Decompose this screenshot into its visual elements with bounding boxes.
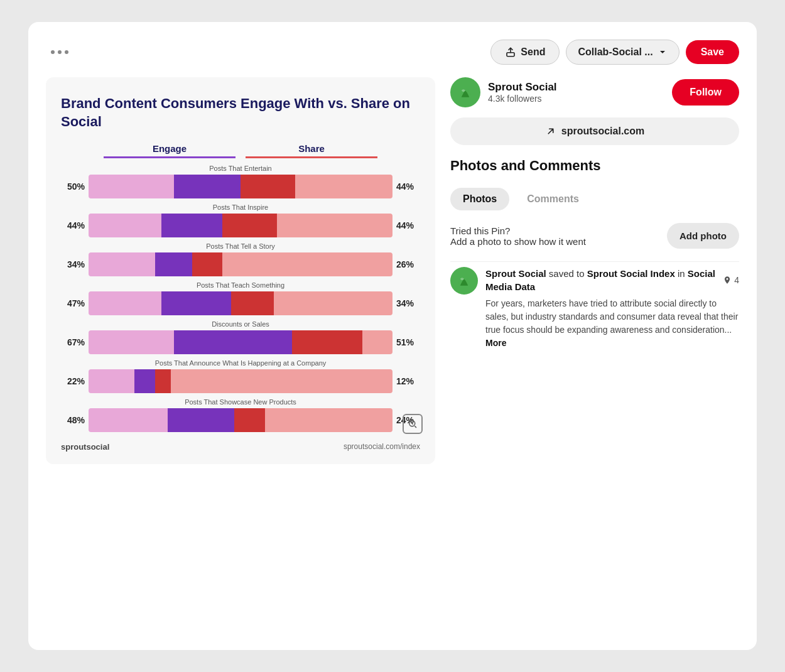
card-footer: sproutsocial sproutsocial.com/index [61, 440, 420, 454]
chart-row-group: Posts That Inspire44%44% [61, 203, 420, 237]
pct-right: 44% [396, 220, 420, 230]
collab-label: Collab-Social ... [578, 46, 652, 58]
save-user: Sprout Social [485, 268, 546, 279]
dot2 [58, 50, 62, 54]
bar-share-dark [241, 175, 295, 198]
bar-share-light [222, 252, 392, 276]
save-activity: Sprout Social saved to Sprout Social Ind… [450, 261, 739, 350]
main-layout: Brand Content Consumers Engage With vs. … [46, 77, 739, 464]
send-button[interactable]: Send [490, 40, 560, 65]
bar-engage-light [89, 214, 161, 237]
send-icon [505, 46, 516, 58]
chart-card: Brand Content Consumers Engage With vs. … [46, 77, 435, 464]
pct-left: 22% [61, 376, 85, 386]
chart-row: 48%24% [61, 408, 420, 432]
main-container: Send Collab-Social ... Save Brand Conten… [28, 22, 757, 650]
footer-url: sproutsocial.com/index [344, 442, 420, 451]
bar-share-light [265, 408, 392, 432]
save-description: For years, marketers have tried to attri… [485, 297, 739, 350]
engage-label: Engage [99, 143, 241, 154]
pct-right: 44% [396, 182, 420, 192]
try-pin-line1: Tried this Pin? [450, 225, 586, 236]
chart-row-label: Discounts or Sales [61, 320, 420, 328]
share-label: Share [241, 143, 382, 154]
save-header-text: Sprout Social saved to Sprout Social Ind… [485, 267, 718, 293]
try-pin-row: Tried this Pin? Add a photo to show how … [450, 220, 739, 251]
right-panel: Sprout Social 4.3k followers Follow spro… [450, 77, 739, 350]
bar-engage-light [89, 252, 155, 276]
profile-text: Sprout Social 4.3k followers [488, 81, 557, 104]
save-description-text: For years, marketers have tried to attri… [485, 298, 738, 335]
bar-track [89, 291, 392, 315]
bar-track [89, 408, 392, 432]
pin-count: 4 [734, 275, 739, 285]
bar-track [89, 252, 392, 276]
collab-button[interactable]: Collab-Social ... [566, 40, 679, 65]
add-photo-button[interactable]: Add photo [667, 223, 739, 249]
chart-rows: Posts That Entertain50%44%Posts That Ins… [61, 165, 420, 432]
bar-engage-light [89, 408, 168, 432]
pct-right: 12% [396, 376, 420, 386]
bar-track [89, 175, 392, 198]
pct-left: 48% [61, 415, 85, 425]
save-content: Sprout Social saved to Sprout Social Ind… [485, 267, 739, 350]
footer-logo: sproutsocial [61, 442, 109, 452]
pct-left: 44% [61, 220, 85, 230]
save-in: in [678, 268, 688, 279]
section-title: Photos and Comments [450, 158, 739, 174]
bar-share-dark [234, 408, 264, 432]
profile-row: Sprout Social 4.3k followers Follow [450, 77, 739, 107]
chart-row-group: Discounts or Sales67%51% [61, 320, 420, 354]
tab-comments[interactable]: Comments [514, 188, 592, 210]
toolbar: Send Collab-Social ... Save [46, 40, 739, 65]
chart-row-group: Posts That Showcase New Products48%24% [61, 398, 420, 432]
profile-info: Sprout Social 4.3k followers [450, 77, 557, 107]
chart-title: Brand Content Consumers Engage With vs. … [61, 95, 420, 131]
chart-row-label: Posts That Teach Something [61, 281, 420, 289]
chart-row-label: Posts That Entertain [61, 165, 420, 172]
bar-share-light [274, 291, 392, 315]
try-pin-text: Tried this Pin? Add a photo to show how … [450, 225, 586, 247]
chart-row: 50%44% [61, 175, 420, 198]
website-label: sproutsocial.com [561, 126, 644, 137]
more-options[interactable] [46, 48, 73, 57]
bar-engage-dark [174, 175, 241, 198]
engage-header: Engage [99, 143, 241, 158]
send-label: Send [521, 46, 545, 58]
bar-engage-light [89, 369, 134, 393]
pct-left: 50% [61, 182, 85, 192]
pct-left: 47% [61, 298, 85, 308]
pct-right: 34% [396, 298, 420, 308]
bar-engage-light [89, 330, 174, 354]
pct-left: 67% [61, 337, 85, 347]
chart-row-group: Posts That Tell a Story34%26% [61, 242, 420, 276]
chart-row-group: Posts That Entertain50%44% [61, 165, 420, 198]
more-link[interactable]: More [485, 338, 506, 348]
chart-row-label: Posts That Announce What Is Happening at… [61, 359, 420, 367]
bar-engage-light [89, 175, 174, 198]
scan-icon [403, 414, 423, 434]
toolbar-right: Send Collab-Social ... Save [490, 40, 739, 65]
chart-row: 44%44% [61, 214, 420, 237]
chart-row-group: Posts That Teach Something47%34% [61, 281, 420, 315]
chart-row: 47%34% [61, 291, 420, 315]
external-link-icon [545, 126, 556, 137]
tabs-row: Photos Comments [450, 188, 739, 210]
bar-share-light [277, 214, 392, 237]
website-button[interactable]: sproutsocial.com [450, 117, 739, 145]
tab-photos[interactable]: Photos [450, 188, 509, 210]
bar-share-light [295, 175, 392, 198]
pct-right: 51% [396, 337, 420, 347]
save-pin-count: 4 [723, 275, 739, 285]
bar-engage-dark [161, 291, 231, 315]
follow-button[interactable]: Follow [672, 79, 739, 106]
pin-icon [723, 276, 732, 285]
bar-engage-light [89, 291, 161, 315]
save-button[interactable]: Save [686, 40, 739, 64]
chart-row: 34%26% [61, 252, 420, 276]
save-connector: saved to [549, 268, 587, 279]
bar-share-light [362, 330, 392, 354]
try-pin-line2: Add a photo to show how it went [450, 236, 586, 247]
chart-row: 67%51% [61, 330, 420, 354]
bar-share-dark [222, 214, 277, 237]
